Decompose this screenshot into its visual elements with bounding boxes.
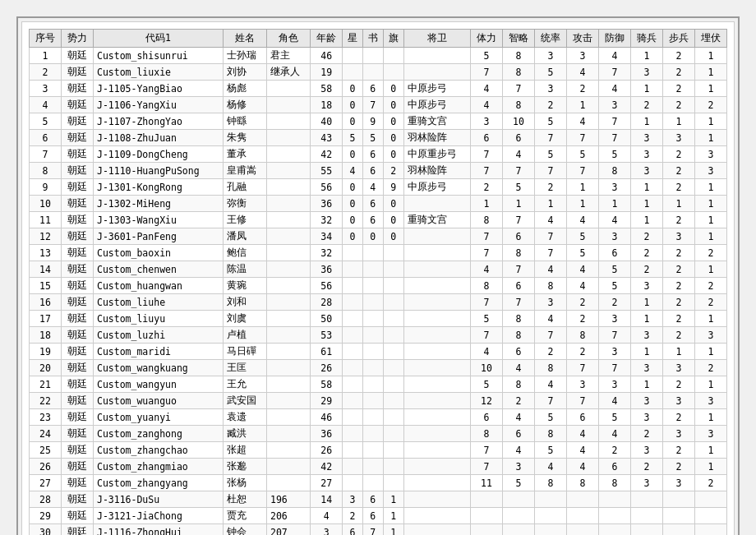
table-cell: 4 (566, 261, 598, 278)
table-cell: 2 (662, 459, 694, 475)
table-cell: 臧洪 (223, 426, 266, 442)
table-cell (403, 278, 471, 294)
table-cell: 4 (30, 97, 62, 113)
table-cell: 0 (343, 113, 363, 130)
table-cell: 4 (598, 81, 630, 97)
table-cell: 10 (471, 360, 503, 376)
table-cell: 5 (598, 278, 630, 294)
table-cell: J-1303-WangXiu (93, 212, 223, 228)
table-row: 18朝廷Custom_luzhi卢植5378787323 (30, 327, 727, 344)
table-cell: 重骑文宫 (403, 113, 471, 130)
table-cell (343, 376, 363, 393)
table-cell (343, 459, 363, 475)
table-cell: 1 (566, 179, 598, 196)
table-cell: Custom_wangyun (93, 376, 223, 393)
table-cell (266, 196, 310, 212)
table-cell (383, 360, 403, 376)
table-cell: J-1116-ZhongHui (93, 524, 223, 536)
table-cell (403, 376, 471, 393)
table-cell (403, 245, 471, 261)
table-cell: 26 (30, 459, 62, 475)
table-cell: 杜恕 (223, 491, 266, 508)
table-cell: 3 (630, 146, 662, 163)
table-cell: 1 (566, 97, 598, 113)
table-cell: 2 (471, 179, 503, 196)
table-cell: 3 (598, 179, 630, 196)
table-cell (403, 228, 471, 245)
table-cell (403, 327, 471, 344)
table-cell (403, 508, 471, 524)
table-cell: 4 (503, 442, 535, 459)
table-cell: 7 (503, 294, 535, 311)
table-cell: 1 (630, 196, 662, 212)
table-cell (362, 459, 383, 475)
table-cell: 3 (566, 48, 598, 64)
table-cell: 0 (383, 228, 403, 245)
table-cell: 朝廷 (61, 376, 93, 393)
table-cell: 朝廷 (61, 426, 93, 442)
table-row: 8朝廷J-1110-HuangPuSong皇甫嵩55462羽林险阵7777832… (30, 163, 727, 179)
table-cell: 3 (694, 163, 726, 179)
table-container: 序号势力代码1姓名角色年龄星书旗将卫体力智略统率攻击防御骑兵步兵埋伏 1朝廷Cu… (21, 21, 735, 535)
table-cell: 中原步弓 (403, 179, 471, 196)
table-cell (662, 508, 694, 524)
table-cell: 7 (535, 228, 567, 245)
table-cell: 2 (598, 442, 630, 459)
table-cell (266, 327, 310, 344)
table-cell: 1 (383, 491, 403, 508)
table-cell: 朝廷 (61, 228, 93, 245)
table-cell (403, 491, 471, 508)
column-header: 步兵 (662, 30, 694, 48)
table-cell (362, 311, 383, 327)
table-cell: 朝廷 (61, 327, 93, 344)
column-header: 统率 (535, 30, 567, 48)
table-cell: 皇甫嵩 (223, 163, 266, 179)
table-row: 20朝廷Custom_wangkuang王匡26104877332 (30, 360, 727, 376)
table-cell (403, 360, 471, 376)
table-row: 21朝廷Custom_wangyun王允5858433121 (30, 376, 727, 393)
table-cell (266, 344, 310, 360)
table-cell (266, 97, 310, 113)
table-cell: 1 (630, 81, 662, 97)
table-cell (566, 524, 598, 536)
table-cell: 1 (630, 294, 662, 311)
table-cell: 1 (694, 261, 726, 278)
table-cell: 25 (30, 442, 62, 459)
table-cell: 2 (566, 311, 598, 327)
table-cell: 19 (30, 344, 62, 360)
table-cell: 6 (362, 491, 383, 508)
table-row: 12朝廷J-3601-PanFeng潘凤3400076753231 (30, 228, 727, 245)
table-cell (403, 524, 471, 536)
table-cell: 3 (694, 146, 726, 163)
table-cell: 43 (311, 130, 343, 146)
table-cell: 8 (503, 64, 535, 81)
table-cell (266, 426, 310, 442)
table-cell: 4 (503, 360, 535, 376)
table-cell: 4 (311, 508, 343, 524)
table-cell: 朝廷 (61, 245, 93, 261)
table-cell: 0 (383, 146, 403, 163)
table-cell (383, 48, 403, 64)
table-cell: 2 (630, 261, 662, 278)
table-cell: 9 (362, 113, 383, 130)
table-cell: 8 (503, 311, 535, 327)
table-cell: 朝廷 (61, 508, 93, 524)
table-cell: 3 (630, 64, 662, 81)
table-cell (266, 212, 310, 228)
column-header: 书 (362, 30, 383, 48)
table-cell (362, 475, 383, 491)
table-cell: 朝廷 (61, 344, 93, 360)
table-cell (383, 327, 403, 344)
table-cell: 1 (694, 459, 726, 475)
table-cell: 14 (311, 491, 343, 508)
table-cell: 继承人 (266, 64, 310, 81)
table-cell: 2 (694, 294, 726, 311)
table-cell: 2 (630, 426, 662, 442)
table-cell: 28 (30, 491, 62, 508)
table-cell (662, 491, 694, 508)
table-cell (362, 278, 383, 294)
table-row: 28朝廷J-3116-DuSu杜恕19614361 (30, 491, 727, 508)
table-cell (362, 48, 383, 64)
table-cell: 2 (662, 212, 694, 228)
column-header: 将卫 (403, 30, 471, 48)
